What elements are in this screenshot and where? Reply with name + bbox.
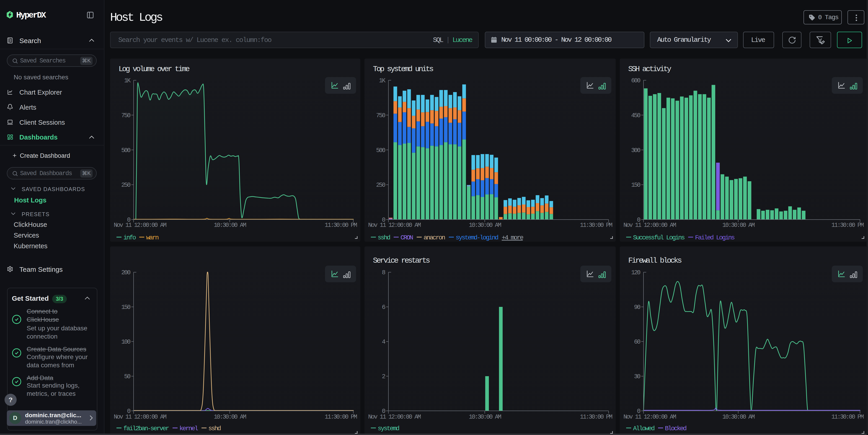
- svg-text:500: 500: [376, 147, 385, 154]
- svg-text:Firewall blocks: Firewall blocks: [628, 256, 682, 265]
- svg-text:500: 500: [121, 147, 130, 154]
- svg-text:Successful Logins: Successful Logins: [633, 234, 684, 241]
- svg-text:1K: 1K: [379, 77, 386, 84]
- svg-text:600: 600: [631, 77, 640, 84]
- svg-text:Nov 11 12:00:00 AM: Nov 11 12:00:00 AM: [623, 222, 676, 229]
- svg-text:Allowed: Allowed: [633, 425, 654, 432]
- svg-text:100: 100: [121, 339, 130, 345]
- svg-text:fail2ban-server: fail2ban-server: [123, 425, 169, 432]
- svg-text:Nov 11 12:00:00 AM: Nov 11 12:00:00 AM: [623, 413, 676, 421]
- svg-text:120: 120: [631, 269, 640, 276]
- svg-text:50: 50: [124, 373, 131, 380]
- svg-text:11:30:00 PM: 11:30:00 PM: [580, 413, 612, 421]
- svg-text:systemd-logind: systemd-logind: [456, 234, 498, 241]
- svg-text:750: 750: [121, 112, 130, 119]
- svg-text:10:30:00 AM: 10:30:00 AM: [214, 222, 246, 229]
- svg-text:10:30:00 AM: 10:30:00 AM: [469, 222, 501, 229]
- svg-text:10:30:00 AM: 10:30:00 AM: [722, 413, 755, 421]
- svg-text:250: 250: [376, 182, 385, 189]
- svg-text:Service restarts: Service restarts: [373, 256, 430, 265]
- svg-text:Nov 11 12:00:00 AM: Nov 11 12:00:00 AM: [114, 222, 166, 229]
- svg-text:300: 300: [631, 147, 640, 154]
- svg-text:750: 750: [376, 112, 385, 119]
- svg-text:Blocked: Blocked: [665, 425, 686, 432]
- svg-text:anacron: anacron: [424, 234, 445, 241]
- svg-text:150: 150: [631, 182, 640, 189]
- svg-text:150: 150: [121, 304, 130, 311]
- svg-text:SSH activity: SSH activity: [628, 65, 671, 73]
- svg-text:+4 more: +4 more: [502, 234, 523, 241]
- svg-text:CRON: CRON: [401, 234, 413, 241]
- svg-text:10:30:00 AM: 10:30:00 AM: [469, 413, 501, 421]
- svg-text:info: info: [123, 234, 136, 241]
- svg-text:sshd: sshd: [208, 425, 221, 432]
- svg-text:11:30:00 PM: 11:30:00 PM: [580, 222, 612, 229]
- svg-text:10:30:00 AM: 10:30:00 AM: [214, 413, 246, 421]
- svg-text:90: 90: [634, 304, 641, 311]
- svg-text:Nov 11 12:00:00 AM: Nov 11 12:00:00 AM: [368, 222, 421, 229]
- svg-text:sshd: sshd: [378, 234, 390, 241]
- svg-text:warn: warn: [146, 234, 159, 241]
- svg-text:450: 450: [631, 112, 640, 119]
- svg-text:30: 30: [634, 373, 641, 380]
- svg-text:Nov 11 12:00:00 AM: Nov 11 12:00:00 AM: [368, 413, 421, 421]
- svg-text:Nov 11 12:00:00 AM: Nov 11 12:00:00 AM: [114, 413, 166, 421]
- svg-text:250: 250: [121, 182, 130, 189]
- svg-text:11:30:00 PM: 11:30:00 PM: [831, 413, 864, 421]
- svg-text:11:30:00 PM: 11:30:00 PM: [324, 413, 357, 421]
- svg-text:kernel: kernel: [179, 425, 198, 432]
- svg-text:10:30:00 AM: 10:30:00 AM: [722, 222, 755, 229]
- svg-text:11:30:00 PM: 11:30:00 PM: [831, 222, 864, 229]
- svg-text:Top systemd units: Top systemd units: [373, 65, 433, 73]
- svg-text:11:30:00 PM: 11:30:00 PM: [324, 222, 357, 229]
- svg-text:1K: 1K: [124, 77, 131, 84]
- svg-text:200: 200: [121, 269, 130, 276]
- svg-text:Failed Logins: Failed Logins: [695, 234, 735, 241]
- svg-text:Log volume over time: Log volume over time: [119, 65, 190, 73]
- svg-text:60: 60: [634, 339, 641, 345]
- svg-text:systemd: systemd: [378, 425, 399, 432]
